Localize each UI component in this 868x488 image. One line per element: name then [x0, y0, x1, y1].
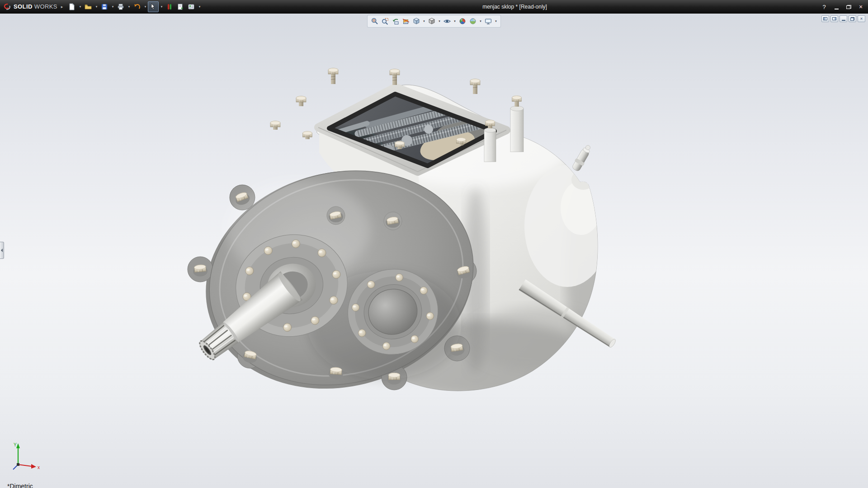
view-orientation-button[interactable]: [411, 16, 421, 26]
display-style-icon: [428, 18, 435, 25]
heads-up-toolbar: ▾ ▾ ▾: [367, 15, 501, 28]
rebuild-button[interactable]: [164, 1, 175, 12]
brand-works: WORKS: [34, 3, 57, 10]
options-icon: [188, 3, 195, 10]
gearbox-model[interactable]: [0, 14, 868, 488]
view-settings-icon: [485, 18, 492, 25]
open-dropdown[interactable]: ▾: [94, 1, 99, 12]
zoom-to-fit-icon: [371, 18, 378, 25]
previous-view-icon: [392, 18, 399, 25]
solidworks-logo: SOLIDWORKS: [0, 3, 60, 10]
help-button[interactable]: ?: [818, 2, 830, 12]
graphics-area[interactable]: ▾ ▾ ▾: [0, 14, 868, 488]
hide-show-items-dropdown[interactable]: ▾: [453, 16, 457, 26]
view-orientation-cube-icon: [413, 18, 420, 25]
window-controls: ? ×: [818, 0, 867, 14]
save-button[interactable]: [99, 1, 110, 12]
undo-icon: [133, 3, 141, 10]
save-dropdown[interactable]: ▾: [110, 1, 115, 12]
triad-origin: [17, 463, 19, 466]
doc-restore-icon: [850, 17, 854, 21]
featuremanager-pane-button[interactable]: [821, 15, 829, 22]
document-restore-button[interactable]: [849, 15, 856, 22]
display-style-dropdown[interactable]: ▾: [437, 16, 442, 26]
options-button[interactable]: [186, 1, 197, 12]
view-orientation-label: *Dimetric: [7, 483, 33, 488]
zoom-to-fit-button[interactable]: [370, 16, 380, 26]
close-button[interactable]: ×: [855, 2, 867, 12]
apply-scene-dropdown[interactable]: ▾: [478, 16, 483, 26]
open-button[interactable]: [83, 1, 94, 12]
restore-icon: [846, 5, 851, 9]
view-settings-button[interactable]: [483, 16, 493, 26]
minimize-button[interactable]: [830, 2, 842, 12]
undo-dropdown[interactable]: ▾: [142, 1, 148, 12]
apply-scene-icon: [469, 18, 476, 25]
view-settings-dropdown[interactable]: ▾: [494, 16, 498, 26]
select-dropdown[interactable]: ▾: [159, 1, 164, 12]
section-view-button[interactable]: [401, 16, 411, 26]
minimize-icon: [835, 9, 839, 9]
print-button[interactable]: [115, 1, 126, 12]
rear-stub-shaft[interactable]: [571, 143, 593, 173]
window-title: menjac sklop * [Read-only]: [482, 0, 547, 14]
featuremanager-collapse-handle[interactable]: [0, 242, 4, 259]
y-axis-arrow: [16, 443, 20, 448]
zoom-to-area-button[interactable]: [380, 16, 390, 26]
open-folder-icon: [85, 3, 92, 10]
x-axis-arrow: [31, 464, 36, 469]
hide-show-eye-icon: [443, 18, 451, 25]
select-button[interactable]: [148, 1, 159, 12]
y-axis-label: Y: [14, 442, 17, 447]
previous-view-button[interactable]: [391, 16, 401, 26]
file-properties-icon: [177, 3, 184, 10]
undo-button[interactable]: [132, 1, 142, 12]
print-icon: [117, 3, 124, 10]
document-window-controls: ×: [821, 15, 865, 22]
apply-scene-button[interactable]: [468, 16, 478, 26]
pane-left-icon: [823, 17, 827, 20]
display-style-button[interactable]: [427, 16, 437, 26]
file-properties-button[interactable]: [175, 1, 186, 12]
brand-solid: SOLID: [14, 3, 33, 10]
pane-right-icon: [832, 17, 836, 20]
titlebar: SOLIDWORKS ▸ ▾ ▾: [0, 0, 868, 14]
new-document-dropdown[interactable]: ▾: [77, 1, 83, 12]
collapse-arrow-icon: [1, 249, 3, 252]
new-document-button[interactable]: [66, 1, 77, 12]
x-axis-label: x: [38, 465, 40, 470]
zoom-to-area-icon: [382, 18, 389, 25]
doc-minimize-icon: [842, 20, 845, 21]
view-orientation-dropdown[interactable]: ▾: [422, 16, 426, 26]
print-dropdown[interactable]: ▾: [126, 1, 132, 12]
options-dropdown[interactable]: ▾: [197, 1, 202, 12]
menu-expand-button[interactable]: ▸: [61, 5, 63, 9]
edit-appearance-button[interactable]: [458, 16, 467, 26]
display-pane-button[interactable]: [830, 15, 838, 22]
select-cursor-icon: [150, 3, 157, 10]
section-view-icon: [402, 18, 410, 25]
document-close-button[interactable]: ×: [858, 15, 865, 22]
solidworks-window: SOLIDWORKS ▸ ▾ ▾: [0, 0, 868, 488]
dassault-systemes-logo-icon: [3, 3, 12, 10]
orientation-triad[interactable]: Y x: [7, 441, 42, 474]
save-icon: [101, 3, 108, 10]
new-document-icon: [68, 3, 75, 10]
titlebar-toolbar: ▾ ▾ ▾: [66, 0, 202, 13]
rebuild-traffic-light-icon: [166, 3, 173, 10]
appearance-ball-icon: [459, 18, 466, 25]
document-minimize-button[interactable]: [840, 15, 847, 22]
restore-button[interactable]: [843, 2, 854, 12]
hide-show-items-button[interactable]: [442, 16, 452, 26]
